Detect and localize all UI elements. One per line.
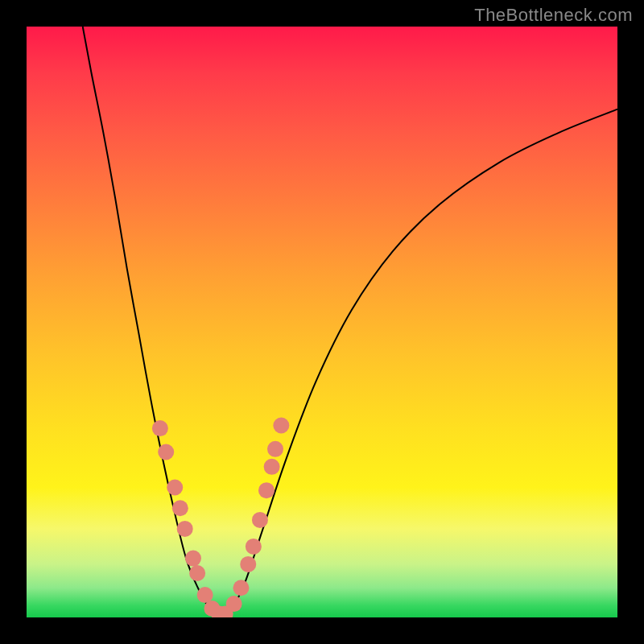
data-marker (252, 512, 268, 528)
plot-area (27, 27, 617, 617)
data-marker (197, 587, 213, 603)
data-marker (167, 480, 183, 496)
data-marker (152, 420, 168, 436)
data-marker (226, 596, 242, 612)
curve-right (221, 109, 617, 616)
data-marker (185, 551, 201, 567)
data-marker (273, 417, 289, 433)
data-marker (172, 500, 188, 516)
marker-group (152, 417, 289, 617)
data-marker (177, 521, 193, 537)
data-marker (158, 444, 174, 460)
watermark-text: TheBottleneck.com (474, 5, 633, 26)
chart-container: TheBottleneck.com (0, 0, 644, 644)
data-marker (246, 539, 262, 555)
curve-left (83, 27, 221, 616)
plot-svg (27, 27, 617, 617)
data-marker (258, 482, 275, 498)
data-marker (240, 556, 256, 572)
data-marker (189, 565, 205, 581)
data-marker (267, 441, 283, 457)
data-marker (233, 580, 249, 596)
data-marker (264, 459, 280, 475)
